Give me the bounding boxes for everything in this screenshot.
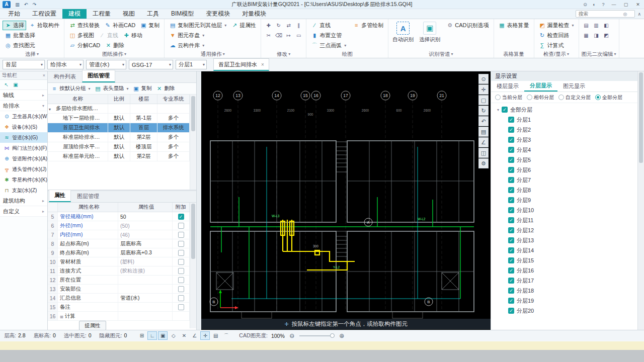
select-button[interactable]: ➤选择 [3, 21, 26, 30]
explode-cad-button[interactable]: ▱分解CAD [67, 41, 102, 50]
attach-checkbox[interactable] [178, 277, 184, 283]
nav-item-equipment[interactable]: ❖ 设备(水)(S) [0, 122, 47, 132]
attach-checkbox[interactable] [178, 268, 184, 274]
brightness-slider-handle[interactable] [330, 333, 335, 338]
layer-row[interactable]: 分层11 [491, 215, 637, 225]
tab-modeling[interactable]: 建模 [62, 9, 87, 19]
object-snap-icon[interactable]: ◇ [169, 331, 178, 340]
layer-row[interactable]: 分层15 [491, 255, 637, 265]
property-row[interactable]: 12 所在位置 [48, 276, 196, 285]
close-nav-icon[interactable]: × [43, 73, 45, 78]
ribbon-group-common-ops-label[interactable]: 通用操作 [167, 50, 258, 58]
attach-checkbox[interactable] [178, 259, 184, 265]
layer-select[interactable]: 分层1▾ [176, 60, 207, 69]
sheet-row[interactable]: 屋顶给排水平… 默认 楼顶层 多个 [48, 142, 196, 152]
arc3-button[interactable]: ⌒三点画弧 [309, 41, 348, 50]
close-drawing-icon[interactable]: × [261, 62, 264, 67]
nav-item-pipe[interactable]: ≋ 管道(水)(G) [0, 132, 47, 143]
radio-all-layers[interactable]: 全部分层 [595, 94, 622, 101]
radio-adjacent-layer[interactable]: 相邻分层 [527, 94, 554, 101]
ribbon-group-select-label[interactable]: 选择 [3, 50, 61, 58]
swap-icon[interactable]: ◩ [602, 31, 611, 40]
line-disabled-button[interactable]: ∕直线 [97, 31, 120, 40]
sheet-row[interactable]: 多层给排水图纸… [48, 104, 196, 114]
layer-row[interactable]: 分层19 [491, 296, 637, 306]
brightness-slider[interactable] [299, 335, 335, 336]
multi-view-button[interactable]: ◫多视图 [67, 31, 96, 40]
nav-item-pipe-accessory[interactable]: ⊕ 管道附件(水)(A) [0, 153, 47, 164]
account-icon[interactable]: ⊙ [581, 0, 590, 9]
search-input[interactable] [578, 11, 621, 17]
nav-item-support[interactable]: ⊓ 支架(水)(Z) [0, 185, 47, 196]
layer-row[interactable]: 分层10 [491, 205, 637, 215]
copy-button[interactable]: ▣复制 [138, 21, 162, 30]
properties-scrollbar[interactable] [190, 203, 196, 328]
layer-checkbox[interactable] [508, 288, 514, 294]
align-icon[interactable]: ◧ [602, 21, 611, 30]
merge-icon[interactable]: ▤ [582, 21, 591, 30]
layer-checkbox[interactable] [508, 247, 514, 253]
radio-current-layer[interactable]: 当前分层 [495, 94, 522, 101]
copy-to-floor-button[interactable]: ▤复制图元到其他层 [167, 21, 228, 30]
rotate-view-icon[interactable]: ↻ [478, 106, 489, 116]
property-row[interactable]: 8 起点标高(m) 层底标高 [48, 239, 196, 248]
panel-icon[interactable]: ▣ [11, 80, 20, 89]
snapshot-icon[interactable]: ◫ [478, 148, 489, 158]
property-row[interactable]: 15 备注 [48, 303, 196, 312]
layer-checkbox[interactable] [508, 217, 514, 223]
property-row[interactable]: 9 终点标高(m) 层底标高+0.3 [48, 248, 196, 257]
layer-tree-root[interactable]: 全部分层 [491, 105, 637, 115]
tab-quantities[interactable]: 工程量 [87, 9, 117, 19]
auto-identify-button[interactable]: A 自动识别 [391, 21, 415, 49]
tab-sheet-manager[interactable]: 图纸管理 [82, 70, 115, 82]
calc-expression-button[interactable]: ∑计算式 [537, 41, 576, 50]
angle-snap-icon[interactable]: ∠ [190, 331, 199, 340]
header-visibility-button[interactable]: ▤表头显隐 [95, 85, 129, 92]
tab-layer-manager[interactable]: 图层管理 [72, 191, 104, 202]
property-row[interactable]: 5 管径规格(mm) 50 [48, 212, 196, 221]
layer-checkbox[interactable] [508, 308, 514, 314]
nav-item-misc-component[interactable]: ✱ 零星构件(水)(K) [0, 174, 47, 185]
right-panel-scrollbar[interactable] [637, 71, 644, 330]
property-row[interactable]: 7 内径(mm) (46) [48, 230, 196, 239]
table-calc-button[interactable]: ▦表格算量 [497, 21, 531, 30]
layer-row[interactable]: 分层16 [491, 265, 637, 276]
property-row[interactable]: 16 计算 [48, 312, 196, 321]
tab-project-settings[interactable]: 工程设置 [26, 9, 62, 19]
cad-viewport[interactable]: 12 13 14 15 16 17 18 19 21 2600 3300 210… [201, 71, 491, 330]
layer-checkbox[interactable] [508, 197, 514, 203]
nav-item-valve-flange[interactable]: ⋈ 阀门法兰(水)(F) [0, 143, 47, 153]
move-icon[interactable]: ✚ [264, 21, 273, 30]
ribbon-group-draw-label[interactable]: 绘图 [309, 50, 385, 58]
layers-icon[interactable]: ▤ [478, 127, 489, 137]
delete-button[interactable]: ✕删除 [103, 41, 126, 50]
redo-icon[interactable]: ↷ [30, 0, 39, 9]
move-button[interactable]: ✚移动 [121, 31, 144, 40]
ortho-mode-icon[interactable]: ∟ [147, 331, 157, 340]
layer-row[interactable]: 分层13 [491, 235, 637, 245]
draw-line-button[interactable]: ∕直线 [309, 21, 348, 30]
minimize-button[interactable]: — [608, 0, 620, 9]
attach-checkbox[interactable] [178, 250, 184, 256]
select-identify-button[interactable]: ▣ 选择识别 [418, 21, 442, 49]
sheet-row[interactable]: 地下一层给排… 默认 第-1层 多个 [48, 114, 196, 123]
riser-button[interactable]: ▮布置立管 [309, 31, 348, 40]
tab-bim-model[interactable]: BIM模型 [165, 9, 200, 19]
tab-start[interactable]: 开始 [2, 9, 26, 19]
tab-tools[interactable]: 工具 [141, 9, 165, 19]
layer-checkbox[interactable] [508, 167, 514, 173]
measure-icon[interactable]: ∠ [478, 137, 489, 147]
attach-checkbox[interactable] [178, 304, 184, 310]
floor-select[interactable]: 首层▾ [3, 60, 45, 69]
layer-row[interactable]: 分层6 [491, 165, 637, 175]
tab-floor-display[interactable]: 楼层显示 [491, 81, 524, 92]
extend-icon[interactable]: ↦ [284, 31, 293, 40]
erase-icon[interactable]: ⌫ [274, 31, 283, 40]
cad-canvas[interactable]: 12 13 14 15 16 17 18 19 21 2600 3300 210… [201, 71, 491, 330]
layer-checkbox[interactable] [508, 257, 514, 263]
layer-checkbox[interactable] [508, 187, 514, 193]
batch-select-button[interactable]: ▦批量选择 [3, 31, 61, 40]
find-element-button[interactable]: ◎查找图元 [3, 41, 61, 50]
nav-item-pipe-fitting[interactable]: ╦ 通头管件(水)(J) [0, 164, 47, 174]
attach-checkbox[interactable] [178, 214, 184, 220]
